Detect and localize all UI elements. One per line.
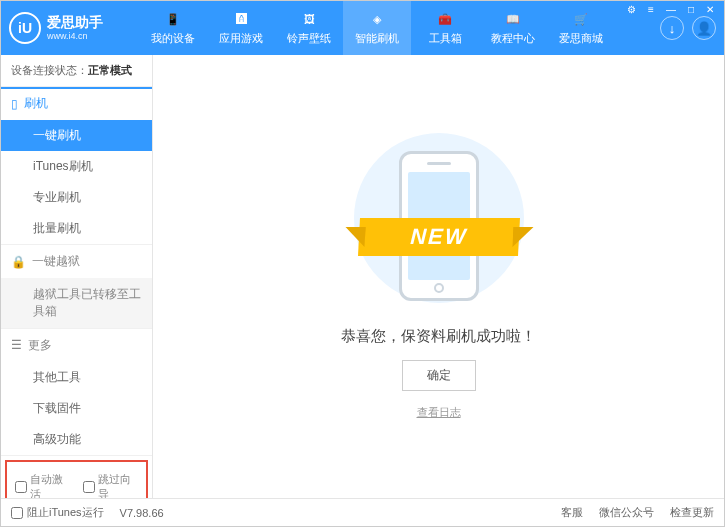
logo-icon: iU xyxy=(9,12,41,44)
nav-label: 我的设备 xyxy=(151,31,195,46)
cart-icon: 🛒 xyxy=(571,10,591,28)
sidebar-section-flash[interactable]: ▯ 刷机 xyxy=(1,87,152,120)
tab-my-device[interactable]: 📱 我的设备 xyxy=(139,1,207,55)
sidebar-item-batch-flash[interactable]: 批量刷机 xyxy=(1,213,152,244)
section-title: 刷机 xyxy=(24,95,48,112)
tab-store[interactable]: 🛒 爱思商城 xyxy=(547,1,615,55)
tab-smart-flash[interactable]: ◈ 智能刷机 xyxy=(343,1,411,55)
nav-label: 教程中心 xyxy=(491,31,535,46)
logo-title: 爱思助手 xyxy=(47,14,103,31)
section-title: 一键越狱 xyxy=(32,253,80,270)
device-status: 设备连接状态：正常模式 xyxy=(1,55,152,87)
nav-label: 铃声壁纸 xyxy=(287,31,331,46)
checkbox-skip-guide[interactable]: 跳过向导 xyxy=(83,472,139,498)
sidebar-item-itunes-flash[interactable]: iTunes刷机 xyxy=(1,151,152,182)
lock-icon: 🔒 xyxy=(11,255,26,269)
checkbox-label: 跳过向导 xyxy=(98,472,139,498)
confirm-button[interactable]: 确定 xyxy=(402,360,476,391)
success-illustration: NEW xyxy=(339,133,539,313)
main-content: NEW 恭喜您，保资料刷机成功啦！ 确定 查看日志 xyxy=(153,55,724,498)
footer-support[interactable]: 客服 xyxy=(561,505,583,520)
status-value: 正常模式 xyxy=(88,64,132,76)
maximize-icon[interactable]: □ xyxy=(685,4,697,15)
sidebar-section-more[interactable]: ☰ 更多 xyxy=(1,329,152,362)
nav-label: 工具箱 xyxy=(429,31,462,46)
minimize-icon[interactable]: — xyxy=(663,4,679,15)
version-label: V7.98.66 xyxy=(120,507,164,519)
logo-url: www.i4.cn xyxy=(47,31,103,42)
footer: 阻止iTunes运行 V7.98.66 客服 微信公众号 检查更新 xyxy=(1,498,724,526)
checkbox-auto-activate[interactable]: 自动激活 xyxy=(15,472,71,498)
settings-icon[interactable]: ⚙ xyxy=(624,4,639,15)
download-button[interactable]: ↓ xyxy=(660,16,684,40)
tab-toolbox[interactable]: 🧰 工具箱 xyxy=(411,1,479,55)
checkbox-group-highlighted: 自动激活 跳过向导 xyxy=(5,460,148,498)
checkbox-label: 自动激活 xyxy=(30,472,71,498)
sidebar-item-oneclick-flash[interactable]: 一键刷机 xyxy=(1,120,152,151)
nav-label: 智能刷机 xyxy=(355,31,399,46)
status-label: 设备连接状态： xyxy=(11,64,88,76)
sidebar-item-other-tools[interactable]: 其他工具 xyxy=(1,362,152,393)
image-icon: 🖼 xyxy=(299,10,319,28)
more-icon: ☰ xyxy=(11,338,22,352)
close-icon[interactable]: ✕ xyxy=(703,4,717,15)
checkbox-input[interactable] xyxy=(83,481,95,493)
footer-wechat[interactable]: 微信公众号 xyxy=(599,505,654,520)
new-ribbon: NEW xyxy=(358,218,520,256)
jailbreak-note: 越狱工具已转移至工具箱 xyxy=(1,278,152,328)
section-title: 更多 xyxy=(28,337,52,354)
app-header: iU 爱思助手 www.i4.cn 📱 我的设备 🅰 应用游戏 🖼 铃声壁纸 ◈… xyxy=(1,1,724,55)
nav-label: 应用游戏 xyxy=(219,31,263,46)
tab-apps-games[interactable]: 🅰 应用游戏 xyxy=(207,1,275,55)
checkbox-label: 阻止iTunes运行 xyxy=(27,505,104,520)
footer-check-update[interactable]: 检查更新 xyxy=(670,505,714,520)
menu-icon[interactable]: ≡ xyxy=(645,4,657,15)
checkbox-block-itunes[interactable]: 阻止iTunes运行 xyxy=(11,505,104,520)
sidebar-item-download-firmware[interactable]: 下载固件 xyxy=(1,393,152,424)
phone-icon: 📱 xyxy=(163,10,183,28)
checkbox-input[interactable] xyxy=(15,481,27,493)
success-message: 恭喜您，保资料刷机成功啦！ xyxy=(341,327,536,346)
checkbox-input[interactable] xyxy=(11,507,23,519)
sidebar-section-jailbreak[interactable]: 🔒 一键越狱 xyxy=(1,245,152,278)
phone-icon: ▯ xyxy=(11,97,18,111)
apps-icon: 🅰 xyxy=(231,10,251,28)
flash-icon: ◈ xyxy=(367,10,387,28)
logo: iU 爱思助手 www.i4.cn xyxy=(9,12,139,44)
user-button[interactable]: 👤 xyxy=(692,16,716,40)
tab-tutorials[interactable]: 📖 教程中心 xyxy=(479,1,547,55)
toolbox-icon: 🧰 xyxy=(435,10,455,28)
book-icon: 📖 xyxy=(503,10,523,28)
sidebar-item-pro-flash[interactable]: 专业刷机 xyxy=(1,182,152,213)
tab-ringtones[interactable]: 🖼 铃声壁纸 xyxy=(275,1,343,55)
sidebar: 设备连接状态：正常模式 ▯ 刷机 一键刷机 iTunes刷机 专业刷机 批量刷机… xyxy=(1,55,153,498)
view-log-link[interactable]: 查看日志 xyxy=(417,405,461,420)
sidebar-item-advanced[interactable]: 高级功能 xyxy=(1,424,152,455)
nav-label: 爱思商城 xyxy=(559,31,603,46)
